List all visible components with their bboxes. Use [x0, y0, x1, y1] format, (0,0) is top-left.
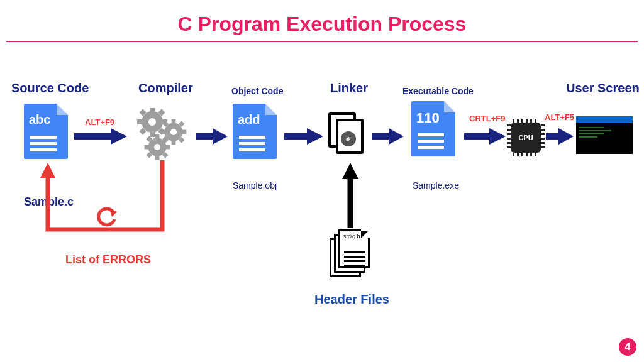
executable-label: Executable Code [402, 86, 474, 96]
svg-marker-35 [307, 128, 323, 145]
gears-icon [135, 108, 191, 165]
svg-rect-14 [172, 140, 176, 145]
output-shortcut: ALT+F5 [545, 112, 574, 122]
object-label: Object Code [231, 86, 283, 96]
header-files-icon: stdio.h [330, 229, 374, 278]
svg-point-21 [170, 129, 177, 135]
header-files-label: Header Files [314, 292, 389, 307]
compile-shortcut: ALT+F9 [85, 118, 114, 127]
arrow-compiler-to-object [196, 127, 228, 146]
svg-rect-24 [155, 155, 160, 160]
linker-label: Linker [330, 81, 368, 96]
object-filename: Sample.obj [233, 180, 277, 190]
compiler-label: Compiler [138, 81, 193, 96]
object-file-icon: add [233, 104, 277, 159]
svg-rect-16 [181, 130, 187, 134]
svg-point-31 [154, 144, 160, 150]
svg-marker-45 [342, 163, 358, 179]
page-title: C Program Execution Process [0, 0, 644, 41]
svg-rect-4 [150, 131, 155, 137]
source-label: Source Code [11, 81, 89, 96]
arrow-object-to-linker [284, 127, 323, 146]
refresh-icon [96, 207, 118, 234]
executable-file-icon: 110 [411, 101, 455, 156]
arrow-cpu-to-screen [546, 127, 574, 146]
svg-rect-23 [155, 134, 160, 140]
arrow-headers-to-linker [341, 163, 360, 228]
svg-marker-37 [389, 128, 404, 145]
terminal-icon [576, 116, 633, 154]
user-screen-label: User Screen [566, 81, 640, 96]
header-file-example: stdio.h [343, 233, 360, 239]
linker-icon: ⚭ [328, 112, 367, 156]
executable-filename: Sample.exe [413, 180, 459, 190]
diagram-stage: Source Code abc Sample.c ALT+F9 Compiler… [0, 42, 644, 356]
source-icon-text: abc [29, 112, 50, 127]
svg-marker-41 [558, 128, 574, 145]
svg-rect-5 [137, 119, 143, 124]
arrow-linker-to-exe [372, 127, 404, 146]
arrow-source-to-compiler [74, 127, 127, 146]
cpu-label: CPU [518, 134, 533, 141]
svg-marker-42 [40, 163, 55, 178]
svg-marker-1 [111, 128, 127, 145]
svg-rect-26 [165, 145, 170, 150]
svg-point-11 [148, 118, 156, 126]
svg-rect-15 [161, 130, 167, 134]
executable-icon-text: 110 [416, 110, 440, 126]
page-number-badge: 4 [619, 338, 636, 356]
cpu-icon: CPU [511, 123, 541, 153]
object-icon-text: add [238, 112, 260, 127]
svg-marker-39 [489, 128, 506, 145]
svg-marker-33 [213, 128, 228, 145]
errors-label: List of ERRORS [65, 253, 151, 266]
arrow-exe-to-cpu [464, 127, 506, 146]
source-file-icon: abc [24, 104, 68, 159]
svg-rect-3 [150, 108, 155, 113]
svg-rect-25 [145, 145, 150, 150]
svg-rect-13 [172, 119, 176, 125]
run-shortcut: CRTL+F9 [469, 114, 505, 123]
